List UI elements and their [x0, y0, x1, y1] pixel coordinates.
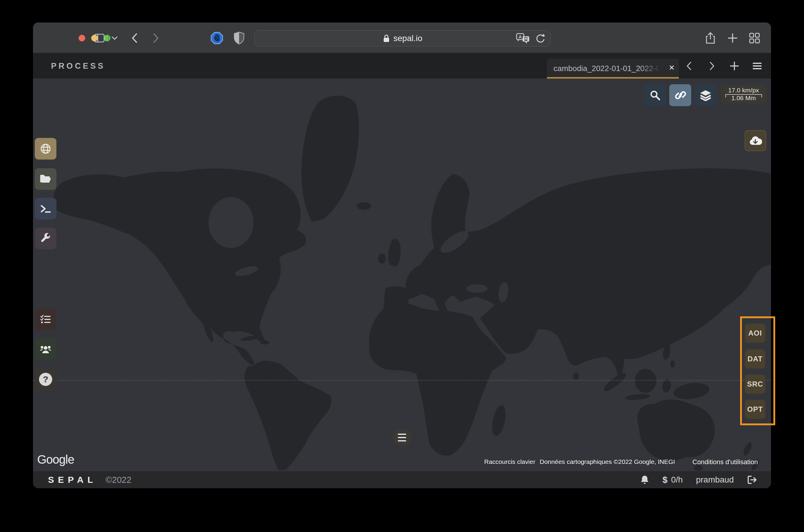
sidebar-item-process[interactable]: [35, 138, 56, 159]
translate-letter: A: [519, 34, 522, 39]
keyboard-shortcuts-link[interactable]: Raccourcis clavier: [484, 458, 535, 467]
annotation-highlight-rect: [740, 316, 775, 425]
plus-icon: [728, 33, 738, 43]
username-button[interactable]: prambaud: [696, 475, 734, 484]
sidebar-item-terminal[interactable]: [35, 198, 56, 220]
address-bar[interactable]: sepal.io A: [255, 30, 550, 46]
share-button[interactable]: [703, 22, 718, 53]
reload-button[interactable]: [535, 33, 545, 44]
logout-icon: [747, 475, 757, 484]
wrench-icon: [40, 233, 51, 244]
link-icon: [674, 89, 686, 101]
shield-extension-button[interactable]: [231, 22, 247, 53]
logout-button[interactable]: [747, 475, 757, 484]
google-watermark: Google: [37, 453, 74, 466]
app-footer: SEPAL ©2022 $ 0/h prambaud: [33, 471, 771, 488]
browser-toolbar: sepal.io A: [33, 22, 771, 53]
tab-overview-button[interactable]: [746, 22, 763, 53]
sidebar-item-users[interactable]: [35, 338, 56, 360]
map-scale-indicator: 17.0 km/px 1.06 Mm: [721, 84, 766, 104]
menu-icon: [752, 62, 762, 70]
sidebar-item-apps[interactable]: [35, 228, 56, 249]
new-tab-button[interactable]: [725, 22, 741, 53]
users-icon: [40, 344, 52, 354]
shield-icon: [233, 32, 245, 45]
add-recipe-tab-button[interactable]: [728, 53, 741, 79]
folder-open-icon: [40, 174, 52, 184]
help-icon: ?: [39, 373, 52, 386]
sepal-brand: SEPAL: [48, 471, 97, 488]
toolbar-divider: [109, 32, 109, 44]
sidebar-item-files[interactable]: [35, 168, 56, 190]
list-check-icon: [40, 315, 51, 324]
sidebar-menu-chevron[interactable]: [110, 22, 119, 53]
map-search-button[interactable]: [644, 84, 666, 106]
tab-title-fade: [640, 58, 661, 79]
map-canvas[interactable]: ?: [33, 79, 771, 471]
cloud-download-icon: [749, 136, 762, 146]
map-data-attribution: Données cartographiques ©2022 Google, IN…: [540, 458, 675, 467]
search-icon: [650, 90, 661, 101]
retrieve-button[interactable]: [745, 130, 766, 151]
dollar-icon: $: [662, 475, 668, 485]
graticule-line: [33, 380, 771, 381]
url-text: sepal.io: [393, 34, 423, 43]
menu-icon: [398, 434, 406, 435]
hand-octagon-icon: [210, 32, 224, 45]
lock-icon: [382, 34, 390, 43]
tab-grid-icon: [749, 32, 760, 44]
reload-icon: [535, 33, 545, 44]
map-layers-button[interactable]: [694, 84, 716, 106]
sidebar-toggle-button[interactable]: [92, 22, 107, 53]
page-title: PROCESS: [51, 53, 105, 79]
map-options-menu-button[interactable]: [392, 429, 412, 445]
screenshot: sepal.io A: [0, 0, 804, 532]
chevron-left-icon: [131, 33, 137, 43]
sidebar-item-help[interactable]: ?: [35, 368, 56, 390]
previous-tab-button[interactable]: [683, 53, 695, 79]
adblock-extension-button[interactable]: [209, 22, 224, 53]
share-icon: [705, 32, 715, 44]
tab-list-menu-button[interactable]: [751, 53, 764, 79]
cost-per-hour: 0/h: [671, 475, 683, 484]
world-map: [33, 79, 771, 471]
help-glyph: ?: [43, 374, 48, 384]
terms-of-use-link[interactable]: Conditions d'utilisation: [692, 458, 758, 467]
copyright-text: ©2022: [106, 471, 131, 488]
next-tab-button[interactable]: [706, 53, 718, 79]
close-tab-button[interactable]: ✕: [669, 58, 675, 77]
close-window-button[interactable]: [79, 35, 85, 41]
app-header-bar: PROCESS cambodia_2022-01-01_2022-04 ✕: [33, 53, 771, 79]
translate-button[interactable]: A: [516, 33, 530, 45]
back-button[interactable]: [128, 22, 141, 53]
sidebar-item-tasks[interactable]: [35, 309, 56, 330]
terminal-icon: [40, 204, 51, 213]
sidebar-icon: [94, 34, 105, 43]
notifications-button[interactable]: [640, 475, 649, 484]
map-link-button[interactable]: [669, 84, 691, 106]
plus-icon: [730, 61, 739, 71]
usage-cost-button[interactable]: $ 0/h: [662, 475, 683, 485]
scale-distance: 1.06 Mm: [731, 95, 756, 101]
bell-icon: [640, 475, 649, 484]
forward-button[interactable]: [149, 22, 163, 53]
scale-resolution: 17.0 km/px: [728, 87, 759, 94]
chevron-left-icon: [686, 61, 692, 71]
layers-icon: [699, 90, 712, 101]
chevron-right-icon: [710, 61, 715, 71]
chevron-right-icon: [153, 33, 159, 43]
browser-window: sepal.io A: [33, 22, 771, 488]
globe-icon: [40, 143, 51, 154]
translate-icon: A: [516, 33, 530, 45]
recipe-tab[interactable]: cambodia_2022-01-01_2022-04 ✕: [547, 58, 679, 79]
chevron-down-icon: [112, 36, 118, 40]
